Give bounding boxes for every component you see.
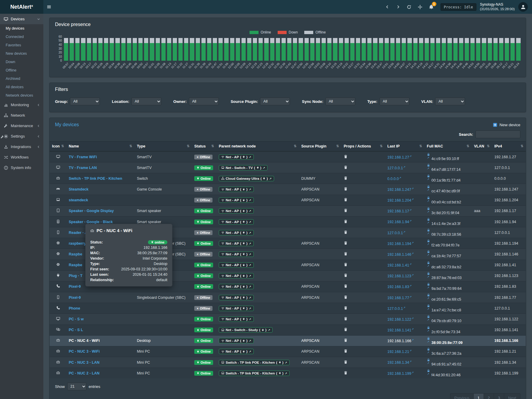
parent-node-button[interactable]: Net - AP()↗	[219, 230, 254, 235]
delete-device-button[interactable]	[344, 208, 348, 212]
sort-icon[interactable]: ⇅	[521, 144, 523, 148]
delete-device-button[interactable]	[344, 273, 348, 277]
parent-node-button[interactable]: Net - AP()↗	[219, 154, 254, 160]
column-header-full-mac[interactable]: Full MAC⇅	[424, 141, 472, 152]
delete-device-button[interactable]	[344, 176, 348, 180]
device-row[interactable]: Speaker - Google DisplaySmart speakerOnl…	[50, 205, 526, 216]
delete-device-button[interactable]	[344, 360, 348, 364]
device-name-link[interactable]: Switch - TP link POE - Kitchen	[69, 176, 122, 181]
last-ip-link[interactable]: 192.168.1.34	[387, 361, 409, 365]
device-row[interactable]: TV - Frame LANSmartTVOnlineNet - Switch …	[50, 162, 526, 173]
device-name-link[interactable]: steamdeck	[69, 198, 88, 202]
sidebar-item-offline[interactable]: Offline	[0, 66, 43, 74]
new-device-button[interactable]: New device	[493, 123, 520, 127]
column-header-name[interactable]: Name⇅	[66, 141, 134, 152]
parent-node-button[interactable]: Net - AP()↗	[219, 187, 254, 192]
delete-device-button[interactable]	[344, 317, 348, 321]
device-row[interactable]: PC - NUC 2 - LANMini PCOnlineSwitch - TP…	[50, 368, 526, 379]
sidebar-item-all-devices[interactable]: All devices	[0, 83, 43, 91]
device-name-link[interactable]: PC - S w	[69, 317, 84, 321]
sidebar-item-connected[interactable]: Connected	[0, 33, 43, 41]
page-button-2[interactable]: 2	[484, 393, 494, 399]
device-row[interactable]: Switch - TP link POE - KitchenSwitchOnli…	[50, 173, 526, 184]
delete-device-button[interactable]	[344, 263, 348, 266]
device-name-link[interactable]: PC - NUC 3 - WiFi	[69, 349, 100, 354]
filter-group-select[interactable]: All	[70, 98, 100, 105]
parent-node-button[interactable]: Net - AP()↗	[219, 262, 254, 268]
filter-source-plugin-select[interactable]: All	[260, 98, 290, 105]
sort-icon[interactable]: ⇅	[61, 144, 64, 148]
notifications-button[interactable]: 1	[426, 0, 437, 14]
parent-node-button[interactable]: Net - AP()↗	[219, 273, 254, 278]
device-name-link[interactable]: Speaker - Google Display	[69, 209, 114, 213]
sidebar-item-workflows[interactable]: Workflows	[0, 152, 43, 162]
parent-node-button[interactable]: Net - AP()↗	[219, 241, 254, 246]
sort-icon[interactable]: ⇅	[129, 144, 132, 148]
last-ip-link[interactable]: 192.168.1.122	[387, 317, 411, 322]
device-name-link[interactable]: Steamdeck	[69, 187, 88, 191]
device-row[interactable]: Pixel-9Singleboard Computer (SBC)×Offlin…	[50, 292, 526, 303]
column-header-status[interactable]: Status⇅	[192, 141, 216, 152]
last-ip-link[interactable]: 127.0.0.1	[387, 307, 403, 311]
device-name-link[interactable]: Pixel-9	[69, 296, 81, 300]
sort-icon[interactable]: ⇅	[336, 144, 339, 148]
last-ip-link[interactable]: 192.168.1.83	[387, 285, 409, 289]
device-name-link[interactable]: PC - NUC 2 - LAN	[69, 371, 100, 375]
last-ip-link[interactable]: 192.168.1.247	[387, 188, 411, 192]
page-button-3[interactable]: 3	[494, 393, 504, 399]
column-header-props-actions[interactable]: Props / Actions⇅	[341, 141, 385, 152]
device-name-link[interactable]: PC - S L	[69, 328, 83, 332]
sidebar-item-down[interactable]: Down	[0, 58, 43, 66]
last-ip-link[interactable]: 127.0.0.1	[387, 231, 403, 235]
parent-node-button[interactable]: Net - AP()↗	[219, 197, 254, 203]
device-name-link[interactable]: TV - Frame WiFi	[69, 155, 97, 159]
last-ip-link[interactable]: 192.168.1.141	[387, 328, 411, 332]
parent-node-button[interactable]: Net - AP()↗	[219, 306, 254, 311]
delete-device-button[interactable]	[344, 252, 348, 256]
filter-type-select[interactable]: All	[380, 98, 409, 105]
sidebar-item-network-devices[interactable]: Network devices	[0, 91, 43, 100]
parent-node-button[interactable]: Net - AP()↗	[219, 208, 254, 214]
refresh-button[interactable]	[403, 0, 415, 14]
parent-node-button[interactable]: Net - Switch - Study()↗	[219, 327, 273, 333]
last-ip-link[interactable]: 192.168.1.166	[387, 339, 411, 343]
delete-device-button[interactable]	[344, 230, 348, 234]
sidebar-item-archived[interactable]: Archived	[0, 74, 43, 83]
sidebar-item-network[interactable]: Network	[0, 110, 43, 121]
device-name-link[interactable]: Raspbe	[69, 252, 82, 256]
sort-icon[interactable]: ⇅	[487, 144, 490, 148]
last-ip-link[interactable]: 192.168.1.27	[387, 155, 409, 159]
filter-owner-select[interactable]: All	[189, 98, 219, 105]
parent-node-button[interactable]: Switch - TP link POE - Kitchen()↗	[219, 371, 290, 376]
page-button-previous[interactable]: Previous	[450, 393, 474, 399]
sidebar-item-system-info[interactable]: System info	[0, 162, 43, 173]
sidebar-item-new-devices[interactable]: New devices	[0, 49, 43, 58]
delete-device-button[interactable]	[344, 220, 348, 223]
page-button-1[interactable]: 1	[473, 393, 484, 399]
last-ip-link[interactable]: 192.168.1.146	[387, 252, 411, 257]
delete-device-button[interactable]	[344, 328, 348, 331]
sidebar-item-integrations[interactable]: Integrations	[0, 141, 43, 152]
sort-icon[interactable]: ⇅	[380, 144, 383, 148]
last-ip-link[interactable]: 127.0.0.1	[387, 166, 403, 170]
filter-location-select[interactable]: All	[132, 98, 161, 105]
delete-device-button[interactable]	[344, 284, 348, 288]
delete-device-button[interactable]	[344, 338, 348, 342]
app-logo[interactable]: NetAlertx	[0, 0, 43, 14]
parent-node-button[interactable]: Net - AP()↗	[219, 284, 254, 289]
device-row[interactable]: steamdeck×OfflineNet - AP()↗ARPSCAN192.1…	[50, 195, 526, 205]
device-name-link[interactable]: TV - Frame LAN	[69, 166, 97, 170]
device-row[interactable]: PC - S wOnlineNet - AP()↗192.168.1.122↗↗…	[50, 314, 526, 325]
device-name-link[interactable]: Pixel-9	[69, 284, 81, 289]
last-ip-link[interactable]: 192.168.1.194	[387, 242, 411, 246]
device-row[interactable]: PC - S LOnlineNet - Switch - Study()↗192…	[50, 325, 526, 335]
sort-icon[interactable]: ⇅	[294, 144, 296, 148]
parent-node-button[interactable]: Net - Switch - TV()↗	[219, 165, 267, 170]
last-ip-link[interactable]: 192.168.1.123	[387, 274, 411, 278]
sidebar-item-monitoring[interactable]: Monitoring	[0, 100, 43, 110]
sort-icon[interactable]: ⇅	[211, 144, 214, 148]
device-name-link[interactable]: Phone	[69, 306, 80, 310]
sidebar-item-settings[interactable]: Settings	[0, 131, 43, 141]
column-header-type[interactable]: Type⇅	[134, 141, 192, 152]
device-row[interactable]: PC - NUC 3 - WiFiMini PCOnlineNet - AP()…	[50, 346, 526, 357]
